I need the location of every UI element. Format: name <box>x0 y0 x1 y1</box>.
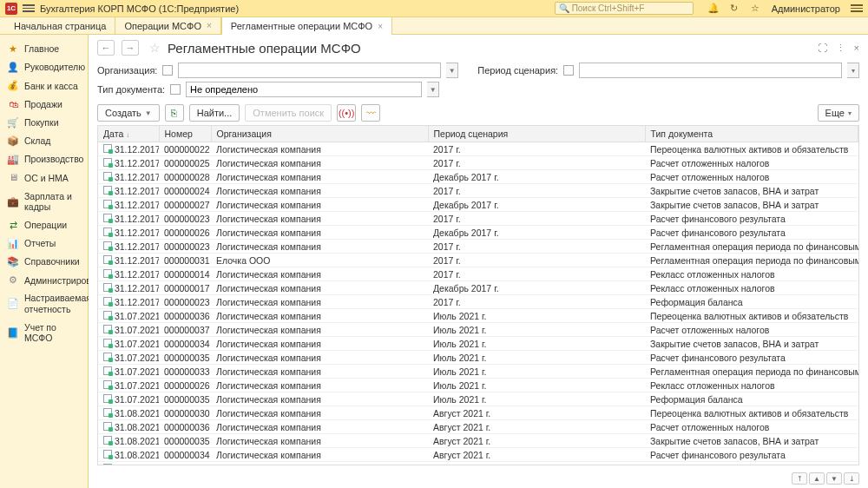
document-icon <box>103 241 112 250</box>
table-cell: 000000014 <box>159 267 211 281</box>
sidebar-item-13[interactable]: 📄Настраиваемая отчетность <box>0 289 88 318</box>
more-button[interactable]: Еще ▾ <box>818 104 859 122</box>
find-button[interactable]: Найти... <box>189 104 240 122</box>
radio-button[interactable]: ((•)) <box>337 104 356 122</box>
nav-forward-button[interactable]: → <box>122 40 139 56</box>
table-row[interactable]: 31.12.2017000000017Логистическая компани… <box>98 281 858 295</box>
table-row[interactable]: 31.12.2017000000027Логистическая компани… <box>98 198 858 212</box>
org-dropdown-icon[interactable]: ▼ <box>446 63 458 78</box>
period-checkbox[interactable] <box>563 65 574 76</box>
table-row[interactable]: 31.12.2017000000026Логистическая компани… <box>98 226 858 240</box>
table-row[interactable]: 31.12.2017000000023Логистическая компани… <box>98 240 858 254</box>
table-row[interactable]: 31.12.2017000000022Логистическая компани… <box>98 142 858 156</box>
page-star-icon[interactable]: ☆ <box>149 41 161 55</box>
period-input[interactable] <box>579 63 842 78</box>
nav-back-button[interactable]: ← <box>97 40 115 56</box>
table-row[interactable]: 31.12.2017000000024Логистическая компани… <box>98 184 858 198</box>
col-period[interactable]: Период сценария <box>428 126 645 142</box>
table-cell: Август 2021 г. <box>428 462 645 465</box>
create-button[interactable]: Создать ▼ <box>97 104 160 122</box>
sidebar-item-3[interactable]: 🛍Продажи <box>0 96 88 114</box>
table-cell: Рекласс отложенных налогов <box>645 281 858 295</box>
table-cell: Переоценка валютных активов и обязательс… <box>645 406 858 420</box>
table-row[interactable]: 31.07.2021000000035Логистическая компани… <box>98 351 858 365</box>
search-top[interactable]: 🔍 Поиск Ctrl+Shift+F <box>555 2 694 15</box>
period-dropdown-icon[interactable]: ▾ <box>847 63 859 78</box>
table-row[interactable]: 31.08.2021000000035Логистическая компани… <box>98 434 858 448</box>
tab-2[interactable]: Регламентные операции МСФО× <box>221 16 392 35</box>
sidebar-item-9[interactable]: ⇄Операции <box>0 216 88 234</box>
page-menu-icon[interactable]: ⋮ <box>836 43 845 54</box>
table-row[interactable]: 31.07.2021000000035Логистическая компани… <box>98 392 858 406</box>
close-icon[interactable]: × <box>378 22 383 31</box>
sidebar-icon: ★ <box>7 43 19 55</box>
sidebar-label: Главное <box>24 43 59 55</box>
sidebar-item-11[interactable]: 📚Справочники <box>0 253 88 271</box>
table-row[interactable]: 31.07.2021000000037Логистическая компани… <box>98 323 858 337</box>
table-row[interactable]: 31.07.2021000000026Логистическая компани… <box>98 379 858 392</box>
table-row[interactable]: 31.07.2021000000036Логистическая компани… <box>98 309 858 323</box>
table-row[interactable]: 31.07.2021000000033Логистическая компани… <box>98 365 858 379</box>
table-row[interactable]: 31.12.2017000000014Логистическая компани… <box>98 267 858 281</box>
org-input[interactable] <box>178 63 441 78</box>
bell-icon[interactable]: 🔔 <box>707 3 720 15</box>
table-body: 31.12.2017000000022Логистическая компани… <box>98 142 858 465</box>
tab-1[interactable]: Операции МСФО× <box>115 17 220 34</box>
table-cell: 000000036 <box>159 420 211 434</box>
table-row[interactable]: 31.12.2017000000023Логистическая компани… <box>98 212 858 226</box>
table-row[interactable]: 31.07.2021000000034Логистическая компани… <box>98 337 858 351</box>
doctype-dropdown-icon[interactable]: ▼ <box>427 82 439 97</box>
close-icon[interactable]: × <box>207 21 212 30</box>
sidebar-item-12[interactable]: ⚙Администрирование <box>0 271 88 289</box>
org-checkbox[interactable] <box>162 65 173 76</box>
sidebar-icon: 📘 <box>7 327 19 339</box>
sidebar-item-10[interactable]: 📊Отчеты <box>0 234 88 253</box>
sidebar-label: Руководителю <box>24 62 85 73</box>
close-page-icon[interactable]: × <box>854 43 859 54</box>
table-cell: 000000022 <box>159 142 211 156</box>
search-icon: 🔍 <box>559 3 569 13</box>
doctype-checkbox[interactable] <box>170 84 181 95</box>
table-row[interactable]: 31.08.2021000000034Логистическая компани… <box>98 448 858 462</box>
table-row[interactable]: 31.12.2017000000025Логистическая компани… <box>98 156 858 170</box>
doctype-input[interactable] <box>186 82 422 97</box>
hamburger-icon[interactable] <box>23 4 35 12</box>
table-cell: 31.12.2017 <box>98 281 159 295</box>
expand-icon[interactable]: ⛶ <box>818 43 827 54</box>
sidebar-item-6[interactable]: 🏭Производство <box>0 150 88 168</box>
sidebar-item-5[interactable]: 📦Склад <box>0 132 88 150</box>
star-icon[interactable]: ☆ <box>749 3 761 15</box>
tab-0[interactable]: Начальная страница <box>5 17 115 34</box>
history-icon[interactable]: ↻ <box>728 3 740 15</box>
menu-icon[interactable] <box>851 4 863 12</box>
table-row[interactable]: 31.08.2021000000032Логистическая компани… <box>98 462 858 465</box>
table-row[interactable]: 31.12.2017000000028Логистическая компани… <box>98 170 858 184</box>
sidebar-item-1[interactable]: 👤Руководителю <box>0 58 88 76</box>
table-cell: Август 2021 г. <box>428 420 645 434</box>
col-date[interactable]: Дата ↓ <box>98 126 159 142</box>
table-cell: Логистическая компания <box>211 379 428 392</box>
table-row[interactable]: 31.08.2021000000036Логистическая компани… <box>98 420 858 434</box>
wave-button[interactable]: 〰 <box>361 104 380 122</box>
copy-button[interactable]: ⎘ <box>165 104 184 122</box>
user-label[interactable]: Администратор <box>772 3 840 14</box>
col-org[interactable]: Организация <box>211 126 428 142</box>
sidebar-item-14[interactable]: 📘Учет по МСФО <box>0 319 88 347</box>
table-row[interactable]: 31.12.2017000000031Елочка ООО2017 г.Регл… <box>98 254 858 267</box>
sidebar-item-4[interactable]: 🛒Покупки <box>0 114 88 132</box>
document-icon <box>103 269 112 278</box>
nav-first-button[interactable]: ⤒ <box>792 472 807 485</box>
table-cell: Логистическая компания <box>211 156 428 170</box>
table-row[interactable]: 31.12.2017000000023Логистическая компани… <box>98 295 858 309</box>
col-number[interactable]: Номер <box>159 126 211 142</box>
nav-last-button[interactable]: ⤓ <box>844 472 859 485</box>
sidebar-item-8[interactable]: 💼Зарплата и кадры <box>0 188 88 216</box>
sidebar-item-2[interactable]: 💰Банк и касса <box>0 76 88 95</box>
nav-down-button[interactable]: ▼ <box>826 472 842 485</box>
nav-up-button[interactable]: ▲ <box>809 472 825 485</box>
sidebar-item-0[interactable]: ★Главное <box>0 40 88 58</box>
table-cell: Декабрь 2017 г. <box>428 198 645 212</box>
col-type[interactable]: Тип документа <box>645 126 858 142</box>
table-row[interactable]: 31.08.2021000000030Логистическая компани… <box>98 406 858 420</box>
sidebar-item-7[interactable]: 🖥ОС и НМА <box>0 168 88 187</box>
